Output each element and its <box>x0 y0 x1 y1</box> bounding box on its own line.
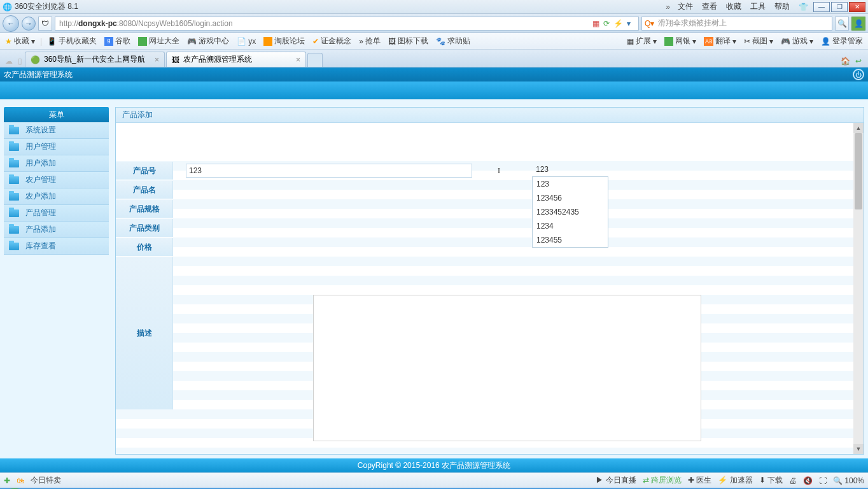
bookmark-mobile[interactable]: 📱手机收藏夹 <box>45 34 99 48</box>
favorites-button[interactable]: ★收藏 ▾ <box>3 34 38 48</box>
bookmark-yx[interactable]: 📄yx <box>234 36 258 47</box>
status-download[interactable]: ⬇ 下载 <box>759 475 783 486</box>
address-bar-row: ← → 🛡 http://dongxk-pc:8080/NcpsyWeb1605… <box>0 14 868 33</box>
bookmark-icons[interactable]: 🖼图标下载 <box>386 34 431 48</box>
search-button[interactable]: 🔍 <box>835 17 849 31</box>
price-input[interactable] <box>186 240 549 254</box>
status-plus-icon[interactable]: ✚ <box>4 476 10 485</box>
status-sale-label[interactable]: 今日特卖 <box>31 475 61 486</box>
app-toolbar <box>0 82 868 99</box>
scroll-down-icon[interactable]: ▼ <box>853 444 864 454</box>
games-button[interactable]: 🎮游戏 ▾ <box>778 34 816 48</box>
maximize-button[interactable]: ❐ <box>831 2 848 12</box>
suggest-item[interactable]: 1234 <box>533 219 608 233</box>
bookmark-sites[interactable]: 网址大全 <box>136 34 182 48</box>
bookmark-games[interactable]: 🎮游戏中心 <box>185 34 232 48</box>
status-live[interactable]: ▶ 今日直播 <box>596 475 636 486</box>
suggest-item[interactable]: 123455 <box>533 233 608 247</box>
status-doctor[interactable]: ✚ 医生 <box>688 475 711 486</box>
sidebar-item-label: 用户添加 <box>25 158 56 169</box>
product-no-label: 产品号 <box>116 162 173 180</box>
tab-close-icon[interactable]: × <box>296 55 300 64</box>
status-fullscreen-icon[interactable]: ⛶ <box>819 476 827 485</box>
sidebar-item-sys[interactable]: 系统设置 <box>4 122 109 139</box>
product-no-input[interactable] <box>186 164 472 178</box>
app-title-bar: 农产品溯源管理系统 ⏻ <box>0 67 868 82</box>
sidebar-item-useradd[interactable]: 用户添加 <box>4 155 109 172</box>
sidebar-item-prodadd[interactable]: 产品添加 <box>4 222 109 238</box>
ext-button[interactable]: ▦扩展 ▾ <box>624 34 659 48</box>
sidebar-item-farmermgr[interactable]: 农户管理 <box>4 172 109 188</box>
bookmark-bar: ★收藏 ▾ | 📱手机收藏夹 g谷歌 网址大全 🎮游戏中心 📄yx 淘股论坛 ✔… <box>0 33 868 50</box>
logout-icon[interactable]: ⏻ <box>853 69 864 80</box>
category-input[interactable] <box>186 221 549 235</box>
status-cross[interactable]: ⇄ 跨屏浏览 <box>643 475 682 486</box>
vertical-scrollbar[interactable]: ▲ ▼ <box>853 123 864 454</box>
browser-title-bar: 🌐 360安全浏览器 8.1 » 文件 查看 收藏 工具 帮助 👕 — ❐ ✕ <box>0 0 868 14</box>
compat-icon[interactable]: ▦ <box>592 19 599 28</box>
folder-icon <box>9 193 19 201</box>
close-button[interactable]: ✕ <box>849 2 865 12</box>
desc-textarea[interactable] <box>313 295 701 441</box>
menu-tools[interactable]: 工具 <box>746 0 769 13</box>
new-tab-button[interactable] <box>307 53 323 67</box>
translate-button[interactable]: Aอ翻译 ▾ <box>701 34 739 48</box>
search-engine-icon[interactable]: Q▾ <box>645 19 654 28</box>
menu-help[interactable]: 帮助 <box>771 0 794 13</box>
undo-close-icon[interactable]: ↩ <box>855 57 862 66</box>
status-print-icon[interactable]: 🖨 <box>789 476 797 485</box>
scroll-up-icon[interactable]: ▲ <box>853 123 864 133</box>
flash-icon[interactable]: ⚡ <box>613 19 623 28</box>
cloud-icon[interactable]: ☁ <box>3 55 15 67</box>
forward-button[interactable]: → <box>22 17 36 31</box>
menu-expand-icon[interactable]: » <box>666 3 670 11</box>
app-title-text: 农产品溯源管理系统 <box>4 69 73 80</box>
back-button[interactable]: ← <box>3 15 19 32</box>
tab-close-icon[interactable]: × <box>155 55 159 64</box>
tab-360nav[interactable]: 🟢 360导航_新一代安全上网导航 × <box>25 52 165 67</box>
refresh-icon[interactable]: ⟳ <box>603 19 610 28</box>
sidebar-item-stock[interactable]: 库存查看 <box>4 238 109 255</box>
menu-file[interactable]: 文件 <box>674 0 697 13</box>
sidebar-item-farmeradd[interactable]: 农户添加 <box>4 188 109 205</box>
status-mute-icon[interactable]: 🔇 <box>803 476 813 485</box>
bookmark-google[interactable]: g谷歌 <box>102 34 133 48</box>
product-name-label: 产品名 <box>116 181 173 199</box>
tab-app[interactable]: 🖼 农产品溯源管理系统 × <box>166 52 306 67</box>
tab-title: 农产品溯源管理系统 <box>183 54 252 65</box>
bookmark-zjgn[interactable]: ✔证金概念 <box>310 34 354 48</box>
skin-icon[interactable]: 👕 <box>795 1 812 13</box>
menu-fav[interactable]: 收藏 <box>722 0 745 13</box>
login-mgr-button[interactable]: 👤登录管家 <box>818 34 865 48</box>
sidebar-item-usermgr[interactable]: 用户管理 <box>4 139 109 155</box>
sidebar-item-prodmgr[interactable]: 产品管理 <box>4 205 109 222</box>
scroll-thumb[interactable] <box>855 133 862 209</box>
status-sale-icon[interactable]: 🛍 <box>17 476 24 485</box>
status-zoom[interactable]: 🔍 100% <box>833 476 864 485</box>
browser-title: 360安全浏览器 8.1 <box>15 1 78 12</box>
bookmark-help[interactable]: 🐾求助贴 <box>433 34 473 48</box>
product-name-input[interactable] <box>186 183 549 197</box>
url-input[interactable]: http://dongxk-pc:8080/NcpsyWeb1605/login… <box>55 17 639 31</box>
shield-icon[interactable]: 🛡 <box>38 17 52 31</box>
bank-button[interactable]: 网银 ▾ <box>662 34 699 48</box>
menu-view[interactable]: 查看 <box>698 0 721 13</box>
status-accel[interactable]: ⚡ 加速器 <box>718 475 752 486</box>
bookmark-qd[interactable]: »抢单 <box>356 34 383 48</box>
minimize-button[interactable]: — <box>813 2 830 12</box>
suggest-item[interactable]: 123456 <box>533 191 608 205</box>
avatar-icon[interactable]: 👤 <box>851 17 865 31</box>
search-input[interactable]: Q▾ 滑翔伞求婚被挂树上 <box>641 17 832 31</box>
suggest-item[interactable]: 123 <box>533 177 608 191</box>
home-icon[interactable]: 🏠 <box>841 57 850 66</box>
folder-icon <box>9 176 19 184</box>
url-path: :8080/NcpsyWeb1605/login.action <box>117 19 233 28</box>
copyright-bar: CopyRight © 2015-2016 农产品溯源管理系统 <box>0 458 868 472</box>
url-dropdown-icon[interactable]: ▾ <box>627 19 631 28</box>
spec-input[interactable] <box>186 202 549 216</box>
page-icon[interactable]: ▯ <box>15 55 25 67</box>
bookmark-taogu[interactable]: 淘股论坛 <box>261 34 307 48</box>
suggest-item[interactable]: 1233452435 <box>533 205 608 219</box>
screenshot-button[interactable]: ✂截图 ▾ <box>741 34 776 48</box>
search-placeholder: 滑翔伞求婚被挂树上 <box>658 18 727 29</box>
